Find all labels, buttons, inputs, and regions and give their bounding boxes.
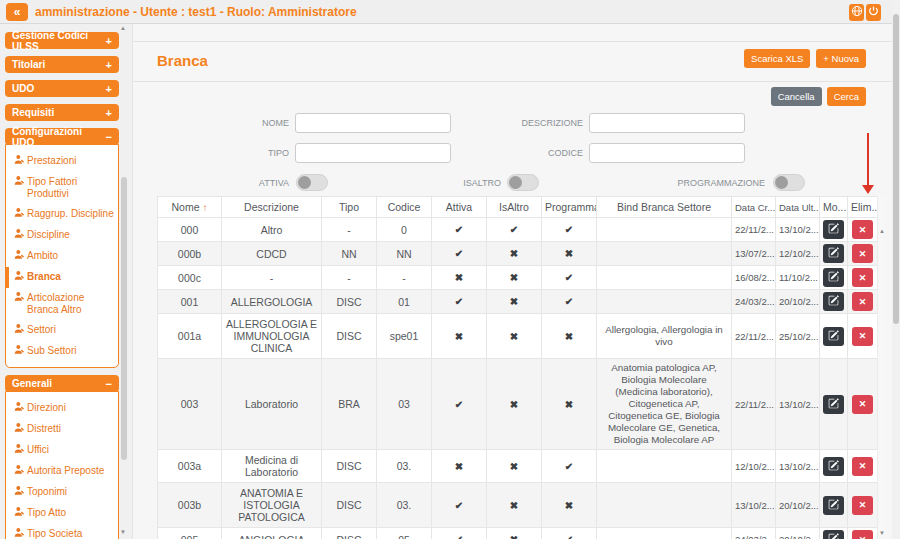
scroll-down-icon[interactable]: ▼ (879, 530, 885, 536)
page-scrollbar-thumb[interactable] (893, 14, 899, 324)
edit-row-button[interactable] (823, 327, 844, 346)
column-header-attiva[interactable]: Attiva (432, 197, 487, 218)
table-scrollbar[interactable]: ▲ ▼ (877, 196, 886, 539)
column-header-programma[interactable]: Programma... (542, 197, 597, 218)
edit-row-button[interactable] (823, 457, 844, 476)
sidebar-item-label: Tipo Societa (27, 528, 82, 539)
sidebar-item-label: Tipo Atto (27, 507, 66, 519)
sidebar-item-discipline[interactable]: Discipline (6, 225, 118, 246)
tipo-input[interactable] (295, 143, 451, 163)
nome-label: NOME (193, 113, 289, 133)
attiva-toggle[interactable] (296, 174, 328, 191)
column-header-isaltro[interactable]: IsAltro (487, 197, 542, 218)
clear-filters-button[interactable]: Cancella (771, 87, 822, 106)
sidebar-item-tipo-fattori-produttivi[interactable]: Tipo Fattori Produttivi (6, 172, 118, 204)
sidebar-item-settori[interactable]: Settori (6, 320, 118, 341)
nome-input[interactable] (295, 113, 451, 133)
sidebar-item-branca[interactable]: Branca (6, 267, 118, 288)
edit-row-button[interactable] (823, 220, 844, 239)
sidebar-item-raggrup-discipline[interactable]: Raggrup. Discipline (6, 204, 118, 225)
modify-cell (820, 528, 848, 539)
sidebar-item-sub-settori[interactable]: Sub Settori (6, 341, 118, 362)
sidebar-section-titolari[interactable]: Titolari+ (5, 56, 119, 73)
column-header-data-ult[interactable]: Data Ult... (776, 197, 820, 218)
edit-row-button[interactable] (823, 530, 844, 539)
delete-row-button[interactable]: ✕ (852, 268, 873, 287)
user-icon (14, 154, 27, 168)
page-scrollbar[interactable] (892, 0, 900, 539)
cell-data_ult: 20/10/2... (776, 290, 820, 314)
edit-row-button[interactable] (823, 395, 844, 414)
delete-cell: ✕ (848, 266, 878, 290)
sidebar-item-prestazioni[interactable]: Prestazioni (6, 151, 118, 172)
sidebar-item-toponimi[interactable]: Toponimi (6, 482, 118, 503)
column-header-label: Data Ult... (779, 202, 820, 213)
column-header-descrizione[interactable]: Descrizione (222, 197, 322, 218)
column-header-nome[interactable]: Nome↑ (158, 197, 222, 218)
sidebar-scrollbar-thumb[interactable] (121, 177, 127, 460)
isaltro-toggle[interactable] (507, 174, 539, 191)
delete-row-button[interactable]: ✕ (852, 244, 873, 263)
sidebar-item-uffici[interactable]: Uffici (6, 440, 118, 461)
delete-row-button[interactable]: ✕ (852, 220, 873, 239)
descrizione-input[interactable] (589, 113, 745, 133)
delete-row-button[interactable]: ✕ (852, 530, 873, 539)
sidebar-scrollbar[interactable]: ▲ ▼ (120, 24, 128, 539)
codice-input[interactable] (589, 143, 745, 163)
edit-row-button[interactable] (823, 244, 844, 263)
cell-bind (597, 266, 732, 290)
scroll-up-icon[interactable]: ▲ (879, 228, 885, 234)
scroll-down-icon[interactable]: ▼ (120, 529, 126, 535)
edit-row-button[interactable] (823, 292, 844, 311)
logout-power-button[interactable] (866, 4, 881, 21)
sidebar-section-requisiti[interactable]: Requisiti+ (5, 104, 119, 121)
sidebar-item-tipo-atto[interactable]: Tipo Atto (6, 503, 118, 524)
sidebar-section-gestione-codici-ulss[interactable]: Gestione Codici ULSS+ (5, 32, 119, 49)
x-icon: ✕ (859, 535, 867, 539)
delete-row-button[interactable]: ✕ (852, 496, 873, 515)
edit-row-button[interactable] (823, 496, 844, 515)
table-row: 003aMedicina di LaboratorioDISC03.✖✖✔12/… (158, 450, 878, 483)
search-button[interactable]: Cerca (827, 87, 866, 106)
sidebar-section-udo[interactable]: UDO+ (5, 80, 119, 97)
column-header-tipo[interactable]: Tipo (322, 197, 377, 218)
sidebar-item-distretti[interactable]: Distretti (6, 419, 118, 440)
column-header-elim[interactable]: Elim... (848, 197, 878, 218)
scroll-up-icon[interactable]: ▲ (120, 25, 126, 31)
sidebar-section-generali[interactable]: Generali− (5, 375, 119, 392)
expand-icon: + (106, 35, 112, 47)
column-header-codice[interactable]: Codice (377, 197, 432, 218)
edit-icon (828, 246, 839, 261)
attiva-flag: ✔ (432, 290, 487, 314)
delete-row-button[interactable]: ✕ (852, 457, 873, 476)
delete-row-button[interactable]: ✕ (852, 327, 873, 346)
sidebar-item-autorita-preposte[interactable]: Autorita Preposte (6, 461, 118, 482)
delete-cell: ✕ (848, 359, 878, 450)
programmazione-flag: ✔ (542, 528, 597, 539)
sidebar-item-label: Sub Settori (27, 345, 76, 357)
cell-tipo: DISC (322, 483, 377, 528)
sidebar-item-ambito[interactable]: Ambito (6, 246, 118, 267)
sidebar-section-configurazioni-udo[interactable]: Configurazioni UDO− (5, 128, 119, 145)
expand-icon: + (106, 59, 112, 71)
cell-codice: 01 (377, 290, 432, 314)
sidebar-item-direzioni[interactable]: Direzioni (6, 398, 118, 419)
divider (133, 81, 892, 82)
delete-row-button[interactable]: ✕ (852, 292, 873, 311)
sidebar-item-tipo-societa[interactable]: Tipo Societa (6, 524, 118, 539)
language-globe-button[interactable] (849, 4, 864, 21)
new-record-button[interactable]: + Nuova (816, 49, 866, 68)
delete-cell: ✕ (848, 242, 878, 266)
column-header-bind-branca-settore[interactable]: Bind Branca Settore (597, 197, 732, 218)
cell-nome: 003 (158, 359, 222, 450)
sidebar-item-articolazione-branca-altro[interactable]: Articolazione Branca Altro (6, 288, 118, 320)
table-body: 000Altro-0✔✔✔22/11/2...13/10/2...✕000bCD… (158, 218, 878, 539)
edit-row-button[interactable] (823, 268, 844, 287)
window-title: amministrazione - Utente : test1 - Ruolo… (35, 5, 357, 19)
sidebar-collapse-button[interactable]: « (6, 3, 28, 21)
column-header-mo[interactable]: Mo... (820, 197, 848, 218)
delete-row-button[interactable]: ✕ (852, 395, 873, 414)
programmazione-toggle[interactable] (773, 174, 805, 191)
download-xls-button[interactable]: Scarica XLS (744, 49, 810, 68)
column-header-data-cr[interactable]: Data Cr... (732, 197, 776, 218)
